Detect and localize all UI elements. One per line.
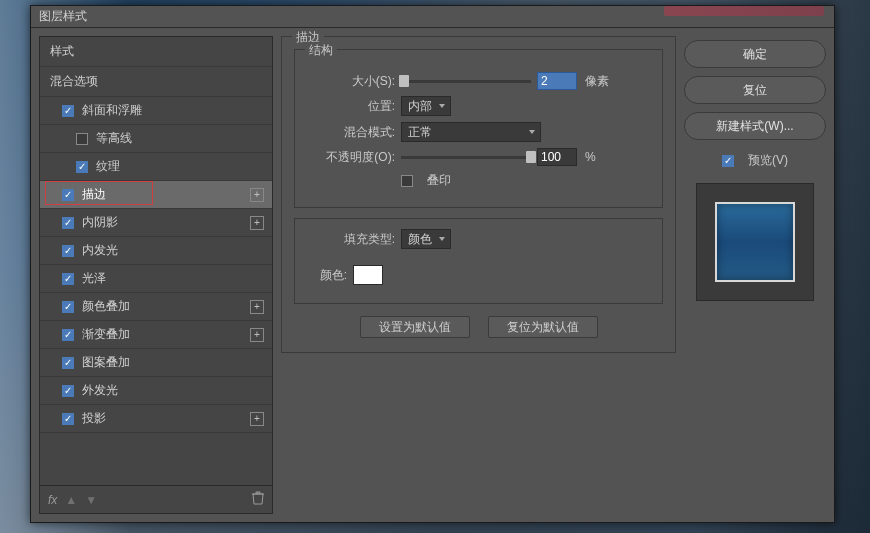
arrow-down-icon[interactable]: ▼ [85, 493, 97, 507]
preview-box [696, 183, 814, 301]
reset-default-button[interactable]: 复位为默认值 [488, 316, 598, 338]
blend-label: 混合模式: [307, 124, 395, 141]
style-row[interactable]: 内发光 [40, 237, 272, 265]
style-row[interactable]: 投影+ [40, 405, 272, 433]
style-checkbox[interactable] [62, 273, 74, 285]
style-checkbox[interactable] [62, 189, 74, 201]
preview-checkbox[interactable] [722, 155, 734, 167]
stroke-group: 描边 结构 大小(S): 像素 位置: [281, 36, 676, 353]
style-label: 图案叠加 [82, 354, 264, 371]
size-slider-thumb[interactable] [399, 75, 409, 87]
add-effect-icon[interactable]: + [250, 216, 264, 230]
styles-sidebar: 样式 混合选项 斜面和浮雕等高线纹理描边+内阴影+内发光光泽颜色叠加+渐变叠加+… [39, 36, 273, 514]
style-label: 投影 [82, 410, 250, 427]
position-select[interactable]: 内部 [401, 96, 451, 116]
blend-mode-select[interactable]: 正常 [401, 122, 541, 142]
ok-button[interactable]: 确定 [684, 40, 826, 68]
style-row[interactable]: 等高线 [40, 125, 272, 153]
fill-group: 填充类型: 颜色 颜色: [294, 218, 663, 304]
new-style-button[interactable]: 新建样式(W)... [684, 112, 826, 140]
add-effect-icon[interactable]: + [250, 328, 264, 342]
add-effect-icon[interactable]: + [250, 188, 264, 202]
size-slider[interactable] [401, 80, 531, 83]
structure-group: 结构 大小(S): 像素 位置: 内部 [294, 49, 663, 208]
opacity-slider[interactable] [401, 156, 531, 159]
style-row[interactable]: 颜色叠加+ [40, 293, 272, 321]
fx-label[interactable]: fx [48, 493, 57, 507]
style-row[interactable]: 描边+ [40, 181, 272, 209]
preview-swatch [715, 202, 795, 282]
style-label: 等高线 [96, 130, 264, 147]
style-checkbox[interactable] [62, 413, 74, 425]
trash-icon[interactable] [252, 491, 264, 508]
style-row[interactable]: 图案叠加 [40, 349, 272, 377]
group-title-structure: 结构 [305, 42, 337, 59]
style-checkbox[interactable] [62, 301, 74, 313]
style-row[interactable]: 外发光 [40, 377, 272, 405]
style-label: 颜色叠加 [82, 298, 250, 315]
cancel-button[interactable]: 复位 [684, 76, 826, 104]
size-input[interactable] [537, 72, 577, 90]
color-swatch[interactable] [353, 265, 383, 285]
style-label: 描边 [82, 186, 250, 203]
style-row[interactable]: 斜面和浮雕 [40, 97, 272, 125]
make-default-button[interactable]: 设置为默认值 [360, 316, 470, 338]
style-checkbox[interactable] [62, 245, 74, 257]
overprint-label: 叠印 [427, 172, 451, 189]
opacity-slider-thumb[interactable] [526, 151, 536, 163]
filltype-label: 填充类型: [307, 231, 395, 248]
style-checkbox[interactable] [62, 357, 74, 369]
styles-list: 样式 混合选项 斜面和浮雕等高线纹理描边+内阴影+内发光光泽颜色叠加+渐变叠加+… [40, 37, 272, 485]
style-row[interactable]: 纹理 [40, 153, 272, 181]
style-label: 光泽 [82, 270, 264, 287]
style-label: 外发光 [82, 382, 264, 399]
style-checkbox[interactable] [62, 385, 74, 397]
opacity-label: 不透明度(O): [307, 149, 395, 166]
sidebar-footer: fx ▲ ▼ [40, 485, 272, 513]
window-title: 图层样式 [39, 8, 87, 25]
style-checkbox[interactable] [62, 105, 74, 117]
style-label: 纹理 [96, 158, 264, 175]
style-checkbox[interactable] [76, 161, 88, 173]
filltype-select[interactable]: 颜色 [401, 229, 451, 249]
sidebar-header-blend[interactable]: 混合选项 [40, 67, 272, 97]
style-checkbox[interactable] [76, 133, 88, 145]
style-label: 内发光 [82, 242, 264, 259]
style-label: 斜面和浮雕 [82, 102, 264, 119]
style-row[interactable]: 渐变叠加+ [40, 321, 272, 349]
decorative-strip [664, 6, 824, 16]
opacity-unit: % [585, 150, 596, 164]
style-checkbox[interactable] [62, 329, 74, 341]
overprint-checkbox[interactable] [401, 175, 413, 187]
color-label: 颜色: [307, 267, 347, 284]
layer-style-dialog: 图层样式 样式 混合选项 斜面和浮雕等高线纹理描边+内阴影+内发光光泽颜色叠加+… [30, 5, 835, 523]
dialog-body: 样式 混合选项 斜面和浮雕等高线纹理描边+内阴影+内发光光泽颜色叠加+渐变叠加+… [31, 28, 834, 522]
action-panel: 确定 复位 新建样式(W)... 预览(V) [684, 36, 826, 514]
settings-panel: 描边 结构 大小(S): 像素 位置: [281, 36, 676, 514]
style-label: 渐变叠加 [82, 326, 250, 343]
add-effect-icon[interactable]: + [250, 300, 264, 314]
style-label: 内阴影 [82, 214, 250, 231]
arrow-up-icon[interactable]: ▲ [65, 493, 77, 507]
size-unit: 像素 [585, 73, 609, 90]
opacity-input[interactable] [537, 148, 577, 166]
style-row[interactable]: 内阴影+ [40, 209, 272, 237]
size-label: 大小(S): [307, 73, 395, 90]
style-checkbox[interactable] [62, 217, 74, 229]
add-effect-icon[interactable]: + [250, 412, 264, 426]
position-label: 位置: [307, 98, 395, 115]
sidebar-header-styles[interactable]: 样式 [40, 37, 272, 67]
style-row[interactable]: 光泽 [40, 265, 272, 293]
preview-label: 预览(V) [748, 152, 788, 169]
